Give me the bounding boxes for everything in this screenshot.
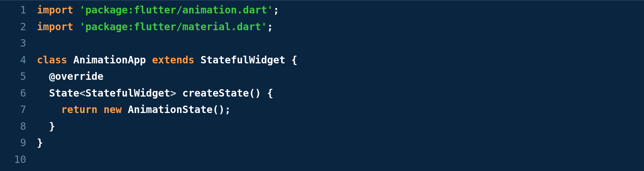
code-token: class [37,54,67,66]
code-line[interactable] [37,151,644,168]
code-token: > [170,87,176,99]
code-line[interactable]: @override [37,68,644,85]
line-number: 8 [0,118,26,135]
code-line[interactable]: } [37,118,644,135]
code-token: (); [213,104,231,115]
code-token [73,4,79,16]
code-token: } [37,137,43,149]
code-editor[interactable]: 12345678910 import 'package:flutter/anim… [0,0,644,171]
code-line[interactable]: class AnimationApp extends StatefulWidge… [37,52,644,68]
line-number: 9 [0,134,26,151]
code-token: AnimationApp [73,54,146,66]
code-line[interactable]: return new AnimationState(); [37,101,644,118]
code-token: 'package:flutter/material.dart' [79,21,267,33]
code-token: ; [267,21,273,33]
code-token: AnimationState [128,104,213,115]
code-token [122,104,128,115]
indent-whitespace [37,120,49,132]
line-number: 2 [0,18,26,35]
code-token: return [61,104,97,115]
code-token: import [37,4,73,16]
code-token: StatefulWidget [86,87,170,99]
code-line[interactable]: } [37,134,644,151]
code-line[interactable] [37,35,644,52]
code-token [146,54,152,66]
code-line[interactable]: import 'package:flutter/material.dart'; [37,18,644,35]
code-token [73,21,79,33]
code-token [176,87,182,99]
code-token: ; [273,4,279,16]
code-token: < [79,87,85,99]
code-token: 'package:flutter/animation.dart' [79,4,273,16]
code-token: } [49,120,55,132]
code-token: StatefulWidget [201,54,285,66]
code-token: createState [182,87,249,99]
line-number: 3 [0,35,26,52]
indent-whitespace [37,104,61,115]
code-token [67,54,73,66]
code-token: State [49,87,79,99]
code-token: new [104,104,122,115]
line-number: 5 [0,68,26,85]
indent-whitespace [37,70,49,82]
code-line[interactable]: import 'package:flutter/animation.dart'; [37,2,644,18]
code-area[interactable]: import 'package:flutter/animation.dart';… [31,0,644,171]
code-token [98,104,104,115]
line-number: 1 [0,2,26,18]
line-number: 10 [0,151,26,168]
indent-whitespace [37,87,49,99]
line-number: 4 [0,52,26,68]
line-number-gutter: 12345678910 [0,0,31,171]
code-token: () { [249,87,273,99]
line-number: 7 [0,101,26,118]
code-token: import [37,21,73,33]
code-token: extends [152,54,194,66]
code-token: @override [49,70,104,82]
code-token: { [285,54,298,66]
code-token [195,54,201,66]
code-line[interactable]: State<StatefulWidget> createState() { [37,85,644,102]
line-number: 6 [0,85,26,102]
